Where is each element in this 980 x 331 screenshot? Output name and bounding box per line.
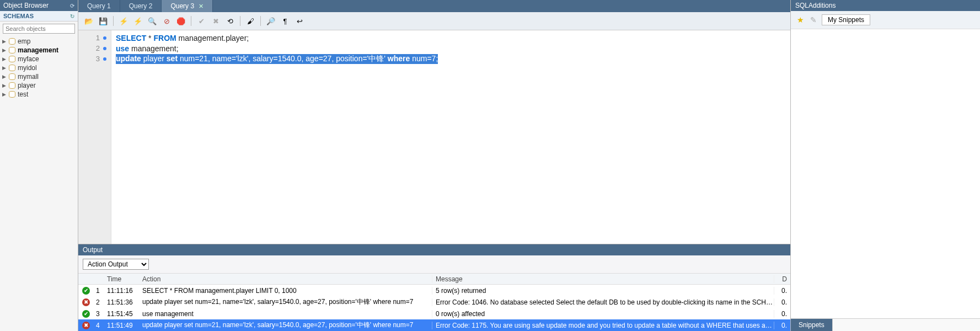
row-index: 4: [94, 322, 107, 329]
statement-marker-icon: [103, 47, 106, 50]
wrap-icon[interactable]: ↩: [293, 15, 306, 27]
close-icon[interactable]: ✕: [199, 3, 204, 10]
database-icon: [8, 73, 16, 80]
toolbar-separator: [240, 16, 240, 26]
database-icon: [8, 56, 16, 62]
row-index: 1: [94, 287, 107, 295]
output-title: Output: [78, 244, 790, 255]
schema-name: myidol: [18, 64, 37, 72]
database-icon: [8, 82, 16, 89]
expand-arrow-icon[interactable]: ▶: [2, 47, 7, 53]
tab-query-3[interactable]: Query 3✕: [162, 0, 213, 12]
search-objects-input[interactable]: [3, 24, 75, 34]
sql-additions-title: SQLAdditions: [791, 0, 980, 11]
my-snippets-button[interactable]: My Snippets: [822, 14, 870, 25]
tab-query-2[interactable]: Query 2: [120, 0, 162, 12]
schema-item-management[interactable]: ▶management: [0, 46, 78, 55]
snippets-body: [791, 29, 980, 318]
code-line[interactable]: use management;: [116, 43, 786, 54]
beautify-icon[interactable]: 🖌: [244, 15, 256, 27]
expand-arrow-icon[interactable]: ▶: [2, 56, 7, 62]
expand-arrow-icon[interactable]: ▶: [2, 65, 7, 71]
row-action: SELECT * FROM management.player LIMIT 0,…: [142, 287, 432, 295]
database-icon: [8, 38, 16, 45]
sql-editor[interactable]: 123 SELECT * FROM management.player;use …: [78, 30, 790, 244]
save-file-icon[interactable]: 💾: [97, 15, 109, 27]
open-file-icon[interactable]: 📂: [83, 15, 95, 27]
expand-arrow-icon[interactable]: ▶: [2, 74, 7, 79]
tab-query-1[interactable]: Query 1: [78, 0, 120, 12]
tab-snippets[interactable]: Snippets: [791, 319, 833, 331]
database-icon: [8, 91, 16, 98]
query-tabs: Query 1Query 2Query 3✕: [78, 0, 790, 12]
explain-icon[interactable]: 🔍: [146, 15, 158, 27]
output-row[interactable]: ✔111:11:16SELECT * FROM management.playe…: [78, 285, 790, 296]
code-line[interactable]: update player set num=21, name='lzk', sa…: [116, 54, 786, 64]
schema-name: emp: [18, 38, 30, 45]
schemas-header: SCHEMAS ↻: [0, 11, 78, 22]
schema-item-mymall[interactable]: ▶mymall: [0, 72, 78, 81]
row-time: 11:11:16: [107, 287, 142, 295]
row-duration: 0.: [774, 287, 790, 295]
star-icon[interactable]: ★: [795, 15, 805, 25]
row-duration: 0.: [774, 322, 790, 329]
schema-list: ▶emp▶management▶myface▶myidol▶mymall▶pla…: [0, 36, 78, 100]
row-message: Error Code: 1175. You are using safe upd…: [432, 322, 774, 329]
object-browser-sidebar: Object Browser ⟳ SCHEMAS ↻ ▶emp▶manageme…: [0, 0, 78, 331]
editor-code-area[interactable]: SELECT * FROM management.player;use mana…: [111, 30, 790, 244]
schema-name: myface: [18, 55, 39, 63]
rollback-icon[interactable]: ✖: [210, 15, 222, 27]
success-icon: ✔: [82, 310, 90, 318]
row-time: 11:51:36: [107, 298, 142, 306]
row-action: update player set num=21, name='lzk', sa…: [142, 297, 432, 307]
schema-name: player: [18, 82, 36, 89]
row-index: 2: [94, 298, 107, 306]
column-message: Message: [432, 275, 774, 283]
output-filter-select[interactable]: Action Output: [83, 259, 149, 270]
execute-current-icon[interactable]: ⚡: [132, 15, 144, 27]
row-time: 11:51:45: [107, 310, 142, 318]
output-row[interactable]: ✖411:51:49update player set num=21, name…: [78, 319, 790, 331]
object-browser-title: Object Browser: [3, 2, 49, 9]
stop-icon[interactable]: ⊘: [160, 15, 173, 27]
tab-label: Query 3: [170, 2, 194, 10]
expand-arrow-icon[interactable]: ▶: [2, 83, 7, 88]
statement-marker-icon: [103, 57, 106, 61]
schema-name: mymall: [18, 73, 39, 81]
toolbar-separator: [113, 16, 114, 26]
refresh-schemas-icon[interactable]: ↻: [70, 13, 74, 19]
row-index: 3: [94, 310, 107, 318]
schema-item-myidol[interactable]: ▶myidol: [0, 63, 78, 72]
row-duration: 0.: [774, 298, 790, 306]
tab-label: Query 2: [129, 2, 153, 10]
output-row[interactable]: ✔311:51:45use management0 row(s) affecte…: [78, 308, 790, 319]
schemas-label: SCHEMAS: [3, 13, 34, 19]
autocommit-icon[interactable]: ⟲: [224, 15, 236, 27]
schema-item-myface[interactable]: ▶myface: [0, 55, 78, 63]
schema-name: test: [18, 90, 28, 98]
schema-item-emp[interactable]: ▶emp: [0, 37, 78, 46]
error-icon: ✖: [82, 298, 90, 306]
row-message: Error Code: 1046. No database selected S…: [432, 298, 774, 306]
collapse-icon[interactable]: ⟳: [70, 3, 74, 9]
invisibles-icon[interactable]: ¶: [279, 15, 291, 27]
row-message: 0 row(s) affected: [432, 310, 774, 318]
statement-marker-icon: [103, 36, 106, 40]
execute-icon[interactable]: ⚡: [117, 15, 130, 27]
row-action: use management: [142, 310, 432, 318]
code-line[interactable]: SELECT * FROM management.player;: [116, 33, 786, 43]
expand-arrow-icon[interactable]: ▶: [2, 92, 7, 97]
schema-item-player[interactable]: ▶player: [0, 81, 78, 90]
sql-additions-panel: SQLAdditions ★ ✎ My Snippets Snippets: [790, 0, 980, 331]
expand-arrow-icon[interactable]: ▶: [2, 39, 7, 44]
row-duration: 0.: [774, 310, 790, 318]
column-time: Time: [107, 275, 142, 283]
stop-all-icon[interactable]: 🛑: [175, 15, 187, 27]
row-time: 11:51:49: [107, 322, 142, 329]
output-row[interactable]: ✖211:51:36update player set num=21, name…: [78, 296, 790, 308]
commit-icon[interactable]: ✔: [195, 15, 207, 27]
find-icon[interactable]: 🔎: [265, 15, 277, 27]
line-number: 3: [96, 55, 100, 63]
add-snippet-icon[interactable]: ✎: [808, 15, 818, 25]
schema-item-test[interactable]: ▶test: [0, 90, 78, 99]
